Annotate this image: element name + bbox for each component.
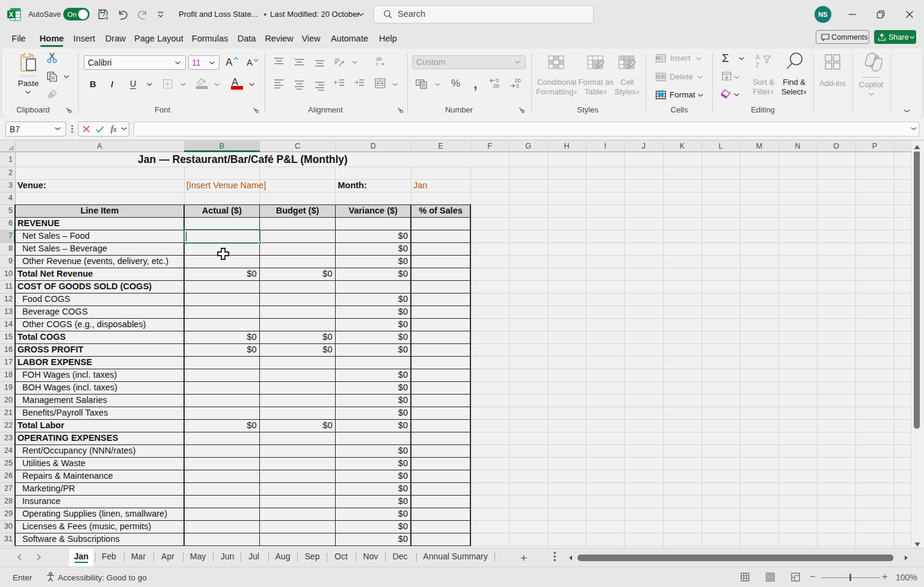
svg-text:Z: Z bbox=[756, 62, 759, 69]
svg-text:X: X bbox=[9, 11, 13, 18]
svg-text:0: 0 bbox=[516, 83, 519, 89]
svg-text:c: c bbox=[376, 61, 379, 66]
svg-text:.00: .00 bbox=[492, 83, 499, 89]
svg-text:A: A bbox=[756, 54, 760, 61]
